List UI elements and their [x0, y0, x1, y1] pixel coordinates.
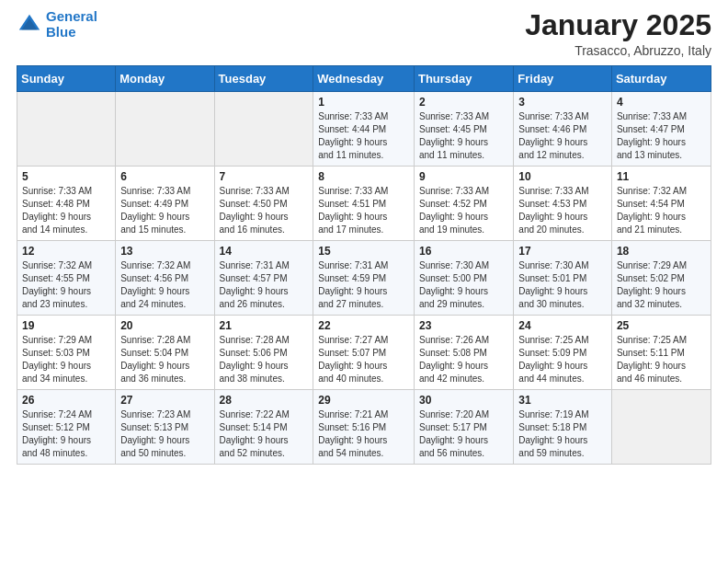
logo-icon: [17, 12, 42, 38]
calendar-cell: 28Sunrise: 7:22 AMSunset: 5:14 PMDayligh…: [214, 390, 313, 465]
calendar-cell: 15Sunrise: 7:31 AMSunset: 4:59 PMDayligh…: [313, 241, 415, 316]
day-info: Sunrise: 7:27 AMSunset: 5:07 PMDaylight:…: [318, 334, 409, 385]
day-info: Sunrise: 7:33 AMSunset: 4:47 PMDaylight:…: [617, 110, 706, 162]
calendar-body: 1Sunrise: 7:33 AMSunset: 4:44 PMDaylight…: [17, 92, 711, 465]
calendar-cell: [116, 92, 214, 167]
day-info: Sunrise: 7:20 AMSunset: 5:17 PMDaylight:…: [419, 408, 508, 460]
day-info: Sunrise: 7:28 AMSunset: 5:06 PMDaylight:…: [220, 334, 309, 385]
calendar-cell: 8Sunrise: 7:33 AMSunset: 4:51 PMDaylight…: [313, 167, 415, 241]
calendar-cell: 25Sunrise: 7:25 AMSunset: 5:11 PMDayligh…: [611, 316, 711, 390]
day-number: 17: [518, 245, 607, 258]
day-info: Sunrise: 7:32 AMSunset: 4:54 PMDaylight:…: [617, 185, 706, 236]
day-info: Sunrise: 7:33 AMSunset: 4:49 PMDaylight:…: [120, 185, 209, 236]
calendar-cell: 1Sunrise: 7:33 AMSunset: 4:44 PMDaylight…: [313, 92, 415, 167]
day-info: Sunrise: 7:22 AMSunset: 5:14 PMDaylight:…: [220, 408, 309, 460]
calendar-cell: 13Sunrise: 7:32 AMSunset: 4:56 PMDayligh…: [116, 241, 214, 316]
day-number: 24: [518, 319, 607, 332]
day-number: 5: [22, 170, 110, 183]
day-number: 12: [22, 245, 110, 258]
calendar-week-row: 5Sunrise: 7:33 AMSunset: 4:48 PMDaylight…: [17, 167, 711, 241]
calendar-cell: [214, 92, 313, 167]
day-number: 4: [617, 96, 706, 109]
calendar-cell: 24Sunrise: 7:25 AMSunset: 5:09 PMDayligh…: [514, 316, 612, 390]
col-tuesday: Tuesday: [214, 66, 313, 92]
calendar-cell: 4Sunrise: 7:33 AMSunset: 4:47 PMDaylight…: [611, 92, 711, 167]
day-info: Sunrise: 7:33 AMSunset: 4:51 PMDaylight:…: [318, 185, 409, 236]
day-info: Sunrise: 7:33 AMSunset: 4:44 PMDaylight:…: [318, 110, 409, 162]
day-number: 15: [318, 245, 409, 258]
logo-text: General Blue: [46, 9, 97, 40]
logo: General Blue: [17, 9, 97, 40]
day-info: Sunrise: 7:19 AMSunset: 5:18 PMDaylight:…: [518, 408, 607, 460]
calendar-cell: 21Sunrise: 7:28 AMSunset: 5:06 PMDayligh…: [214, 316, 313, 390]
day-info: Sunrise: 7:31 AMSunset: 4:59 PMDaylight:…: [318, 259, 409, 311]
logo-blue: Blue: [46, 24, 76, 40]
calendar-cell: 16Sunrise: 7:30 AMSunset: 5:00 PMDayligh…: [414, 241, 513, 316]
day-number: 29: [318, 394, 409, 407]
col-friday: Friday: [514, 66, 612, 92]
day-number: 18: [617, 245, 706, 258]
col-monday: Monday: [116, 66, 214, 92]
calendar-week-row: 26Sunrise: 7:24 AMSunset: 5:12 PMDayligh…: [17, 390, 711, 465]
month-title: January 2025: [525, 9, 711, 41]
day-number: 13: [120, 245, 209, 258]
day-number: 26: [22, 394, 110, 407]
day-info: Sunrise: 7:33 AMSunset: 4:52 PMDaylight:…: [419, 185, 508, 236]
day-number: 9: [419, 170, 508, 183]
col-thursday: Thursday: [414, 66, 513, 92]
day-info: Sunrise: 7:32 AMSunset: 4:55 PMDaylight:…: [22, 259, 110, 311]
calendar-cell: 14Sunrise: 7:31 AMSunset: 4:57 PMDayligh…: [214, 241, 313, 316]
calendar-week-row: 19Sunrise: 7:29 AMSunset: 5:03 PMDayligh…: [17, 316, 711, 390]
day-info: Sunrise: 7:30 AMSunset: 5:00 PMDaylight:…: [419, 259, 508, 311]
day-number: 11: [617, 170, 706, 183]
day-info: Sunrise: 7:25 AMSunset: 5:11 PMDaylight:…: [617, 334, 706, 385]
calendar-cell: 3Sunrise: 7:33 AMSunset: 4:46 PMDaylight…: [514, 92, 612, 167]
day-info: Sunrise: 7:23 AMSunset: 5:13 PMDaylight:…: [120, 408, 209, 460]
day-number: 14: [220, 245, 309, 258]
calendar-cell: 10Sunrise: 7:33 AMSunset: 4:53 PMDayligh…: [514, 167, 612, 241]
day-info: Sunrise: 7:29 AMSunset: 5:02 PMDaylight:…: [617, 259, 706, 311]
day-number: 19: [22, 319, 110, 332]
logo-general: General: [46, 8, 97, 24]
day-number: 2: [419, 96, 508, 109]
day-info: Sunrise: 7:32 AMSunset: 4:56 PMDaylight:…: [120, 259, 209, 311]
calendar-week-row: 1Sunrise: 7:33 AMSunset: 4:44 PMDaylight…: [17, 92, 711, 167]
header: General Blue January 2025 Trasacco, Abru…: [17, 9, 711, 58]
day-info: Sunrise: 7:30 AMSunset: 5:01 PMDaylight:…: [518, 259, 607, 311]
col-wednesday: Wednesday: [313, 66, 415, 92]
day-info: Sunrise: 7:28 AMSunset: 5:04 PMDaylight:…: [120, 334, 209, 385]
day-number: 25: [617, 319, 706, 332]
calendar-cell: 9Sunrise: 7:33 AMSunset: 4:52 PMDaylight…: [414, 167, 513, 241]
calendar-cell: 29Sunrise: 7:21 AMSunset: 5:16 PMDayligh…: [313, 390, 415, 465]
day-number: 28: [220, 394, 309, 407]
day-number: 20: [120, 319, 209, 332]
day-number: 3: [518, 96, 607, 109]
day-number: 30: [419, 394, 508, 407]
col-saturday: Saturday: [611, 66, 711, 92]
calendar-cell: 27Sunrise: 7:23 AMSunset: 5:13 PMDayligh…: [116, 390, 214, 465]
day-info: Sunrise: 7:24 AMSunset: 5:12 PMDaylight:…: [22, 408, 110, 460]
day-info: Sunrise: 7:33 AMSunset: 4:46 PMDaylight:…: [518, 110, 607, 162]
calendar-cell: 7Sunrise: 7:33 AMSunset: 4:50 PMDaylight…: [214, 167, 313, 241]
calendar-cell: 2Sunrise: 7:33 AMSunset: 4:45 PMDaylight…: [414, 92, 513, 167]
day-number: 6: [120, 170, 209, 183]
calendar-week-row: 12Sunrise: 7:32 AMSunset: 4:55 PMDayligh…: [17, 241, 711, 316]
day-number: 16: [419, 245, 508, 258]
calendar-cell: 6Sunrise: 7:33 AMSunset: 4:49 PMDaylight…: [116, 167, 214, 241]
calendar-cell: [611, 390, 711, 465]
calendar-header: Sunday Monday Tuesday Wednesday Thursday…: [17, 66, 711, 92]
day-number: 21: [220, 319, 309, 332]
location: Trasacco, Abruzzo, Italy: [525, 43, 711, 58]
day-number: 23: [419, 319, 508, 332]
day-number: 27: [120, 394, 209, 407]
day-number: 1: [318, 96, 409, 109]
title-area: January 2025 Trasacco, Abruzzo, Italy: [525, 9, 711, 58]
col-sunday: Sunday: [17, 66, 116, 92]
day-number: 8: [318, 170, 409, 183]
day-info: Sunrise: 7:26 AMSunset: 5:08 PMDaylight:…: [419, 334, 508, 385]
day-info: Sunrise: 7:25 AMSunset: 5:09 PMDaylight:…: [518, 334, 607, 385]
day-info: Sunrise: 7:33 AMSunset: 4:48 PMDaylight:…: [22, 185, 110, 236]
calendar-cell: [17, 92, 116, 167]
day-info: Sunrise: 7:33 AMSunset: 4:45 PMDaylight:…: [419, 110, 508, 162]
calendar-cell: 12Sunrise: 7:32 AMSunset: 4:55 PMDayligh…: [17, 241, 116, 316]
